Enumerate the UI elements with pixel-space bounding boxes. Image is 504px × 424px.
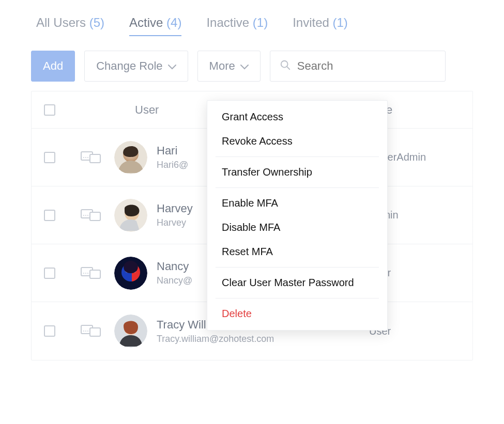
tab-invited[interactable]: Invited (1) [293, 15, 348, 36]
change-role-button[interactable]: Change Role [84, 51, 188, 82]
svg-point-20 [87, 273, 88, 274]
search-input[interactable] [297, 59, 436, 73]
menu-separator [216, 187, 379, 188]
user-email: Harvey [157, 217, 193, 228]
menu-enable-mfa[interactable]: Enable MFA [207, 191, 387, 215]
menu-transfer-ownership[interactable]: Transfer Ownership [207, 160, 387, 184]
change-role-label: Change Role [96, 59, 162, 73]
menu-reset-mfa[interactable]: Reset MFA [207, 240, 387, 264]
devices-icon [68, 208, 114, 223]
menu-separator [216, 298, 379, 299]
select-all-checkbox[interactable] [44, 104, 55, 116]
avatar [114, 315, 147, 348]
menu-clear-password[interactable]: Clear User Master Password [207, 271, 387, 295]
svg-point-5 [85, 157, 86, 158]
avatar [114, 141, 147, 174]
chevron-down-icon [240, 59, 249, 73]
tab-label: All Users [36, 15, 86, 29]
more-menu: Grant Access Revoke Access Transfer Owne… [207, 100, 388, 331]
svg-point-18 [83, 273, 84, 274]
more-button[interactable]: More [197, 51, 261, 82]
chevron-down-icon [168, 59, 176, 73]
svg-point-11 [83, 215, 84, 216]
user-email: Tracy.william@zohotest.com [157, 334, 274, 344]
svg-point-12 [85, 215, 86, 216]
row-checkbox[interactable] [44, 210, 55, 221]
more-label: More [209, 59, 235, 73]
tab-label: Invited [293, 15, 329, 29]
user-email: Nancy@ [157, 275, 192, 286]
svg-rect-17 [90, 270, 100, 278]
add-label: Add [43, 59, 63, 73]
svg-point-4 [83, 157, 84, 158]
user-tabs: All Users (5) Active (4) Inactive (1) In… [31, 15, 473, 36]
user-email: Hari6@ [157, 160, 188, 170]
menu-grant-access[interactable]: Grant Access [207, 105, 387, 129]
user-name: Harvey [157, 202, 193, 215]
tab-inactive[interactable]: Inactive (1) [206, 15, 268, 36]
avatar [114, 257, 147, 290]
toolbar: Add Change Role More [31, 51, 473, 82]
tab-count: (1) [333, 15, 348, 29]
tab-label: Active [129, 15, 163, 29]
add-button[interactable]: Add [31, 51, 75, 82]
search-icon [280, 59, 291, 73]
devices-icon [68, 265, 114, 281]
menu-separator [216, 156, 379, 157]
search-field[interactable] [270, 51, 446, 82]
avatar [114, 199, 147, 232]
tab-active[interactable]: Active (4) [129, 15, 181, 36]
menu-delete[interactable]: Delete [207, 302, 387, 326]
svg-point-13 [87, 215, 88, 216]
svg-point-27 [83, 331, 84, 332]
tab-all-users[interactable]: All Users (5) [36, 15, 104, 36]
tab-label: Inactive [206, 15, 249, 29]
user-name: Nancy [157, 260, 192, 273]
devices-icon [68, 323, 114, 339]
svg-point-29 [87, 331, 88, 332]
svg-point-6 [87, 157, 88, 158]
svg-rect-26 [90, 328, 100, 336]
tab-count: (1) [253, 15, 268, 29]
menu-disable-mfa[interactable]: Disable MFA [207, 215, 387, 240]
devices-icon [68, 150, 114, 165]
svg-line-1 [287, 67, 289, 69]
user-name: Hari [157, 144, 188, 158]
svg-point-19 [85, 273, 86, 274]
row-checkbox[interactable] [44, 152, 55, 163]
row-checkbox[interactable] [44, 325, 55, 337]
tab-count: (5) [89, 15, 104, 29]
row-checkbox[interactable] [44, 268, 55, 279]
menu-separator [216, 267, 379, 268]
menu-revoke-access[interactable]: Revoke Access [207, 129, 387, 153]
svg-point-28 [85, 331, 86, 332]
svg-rect-10 [90, 212, 100, 221]
tab-count: (4) [166, 15, 181, 29]
svg-rect-3 [90, 154, 100, 163]
